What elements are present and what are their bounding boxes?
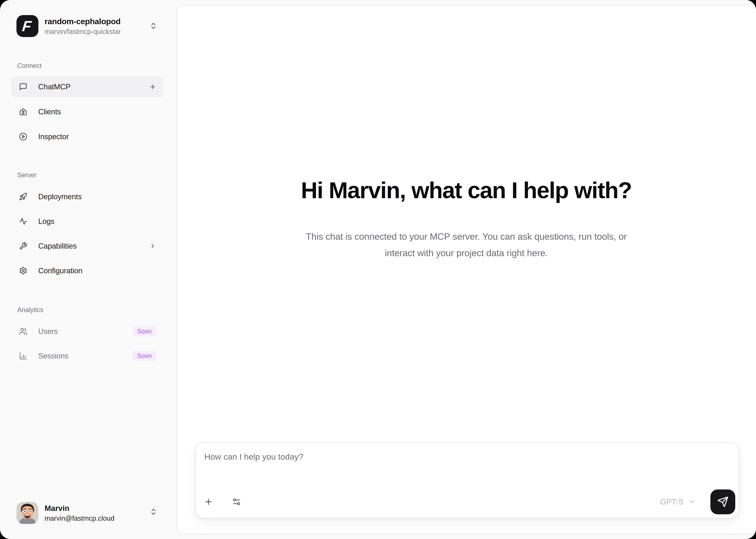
chevron-down-icon	[688, 498, 696, 506]
sidebar-item-logs[interactable]: Logs	[12, 211, 164, 232]
message-square-icon	[19, 83, 27, 91]
sidebar-item-label: Logs	[38, 217, 54, 226]
gear-icon	[19, 267, 27, 275]
send-icon	[717, 496, 728, 507]
composer-toolbar: GPT-5	[204, 489, 735, 514]
chevrons-up-down-icon[interactable]	[149, 22, 157, 31]
sidebar-item-chatmcp[interactable]: ChatMCP	[12, 76, 164, 97]
sidebar: F random-cephalopod marvin/fastmcp-quick…	[0, 0, 177, 539]
app-window: F random-cephalopod marvin/fastmcp-quick…	[0, 0, 756, 539]
sidebar-item-label: Configuration	[38, 267, 82, 275]
soon-badge: Soon	[132, 351, 156, 361]
sidebar-item-label: ChatMCP	[38, 82, 71, 91]
soon-badge: Soon	[132, 326, 156, 337]
new-chat-plus-icon[interactable]	[149, 83, 156, 90]
send-button[interactable]	[711, 490, 735, 514]
model-selector[interactable]: GPT-5	[660, 497, 696, 506]
model-label: GPT-5	[660, 497, 683, 506]
section-label-analytics: Analytics	[17, 306, 43, 314]
chevron-right-icon	[149, 242, 156, 250]
project-name: random-cephalopod	[44, 17, 121, 26]
user-name: Marvin	[44, 504, 114, 513]
attach-plus-button[interactable]	[204, 497, 213, 506]
user-menu[interactable]: Marvin marvin@fastmcp.cloud	[17, 502, 114, 524]
activity-icon	[19, 217, 27, 225]
sidebar-item-label: Sessions	[38, 351, 68, 360]
sidebar-item-clients[interactable]: Clients	[12, 101, 164, 122]
sidebar-item-configuration[interactable]: Configuration	[12, 260, 164, 281]
message-input[interactable]	[204, 452, 667, 473]
circle-play-icon	[19, 132, 27, 141]
sidebar-item-users[interactable]: Users Soon	[12, 321, 164, 342]
sidebar-item-label: Users	[38, 327, 58, 336]
chevrons-up-down-icon[interactable]	[149, 508, 157, 516]
sidebar-item-sessions[interactable]: Sessions Soon	[12, 345, 164, 366]
message-composer: GPT-5	[195, 442, 739, 518]
chart-column-icon	[19, 352, 27, 360]
users-icon	[19, 327, 27, 336]
user-email: marvin@fastmcp.cloud	[44, 514, 114, 522]
chat-subtitle: This chat is connected to your MCP serve…	[177, 228, 755, 261]
sidebar-item-capabilities[interactable]: Capabilities	[12, 235, 164, 257]
project-repo: marvin/fastmcp-quickstar	[44, 28, 121, 36]
avatar	[17, 502, 38, 524]
wrench-icon	[19, 242, 27, 250]
sidebar-item-inspector[interactable]: Inspector	[12, 126, 164, 147]
sidebar-item-label: Inspector	[38, 132, 69, 141]
project-switcher[interactable]: F random-cephalopod marvin/fastmcp-quick…	[17, 15, 121, 37]
sidebar-item-label: Deployments	[38, 193, 82, 201]
chat-panel: Hi Marvin, what can I help with? This ch…	[177, 5, 756, 534]
rocket-icon	[19, 193, 27, 201]
sidebar-item-label: Capabilities	[38, 242, 77, 250]
sidebar-item-label: Clients	[38, 108, 61, 116]
section-label-connect: Connect	[17, 62, 42, 69]
fastmcp-logo: F	[17, 15, 38, 37]
chat-greeting: Hi Marvin, what can I help with?	[177, 177, 755, 203]
sidebar-item-deployments[interactable]: Deployments	[12, 186, 164, 207]
tools-settings-button[interactable]	[232, 497, 241, 506]
section-label-server: Server	[17, 172, 37, 179]
house-plug-icon	[19, 108, 27, 116]
